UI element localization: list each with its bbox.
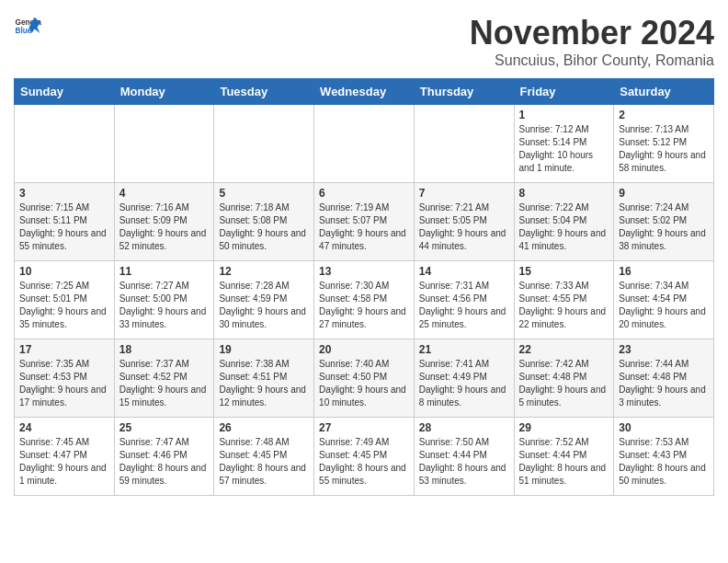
title-section: November 2024 Suncuius, Bihor County, Ro… — [470, 14, 714, 69]
day-number: 24 — [19, 421, 109, 434]
logo: General Blue — [14, 14, 41, 41]
day-info: Sunrise: 7:24 AM Sunset: 5:02 PM Dayligh… — [619, 201, 709, 253]
day-number: 30 — [619, 421, 709, 434]
day-number: 9 — [619, 187, 709, 200]
day-number: 14 — [419, 265, 509, 278]
day-info: Sunrise: 7:41 AM Sunset: 4:49 PM Dayligh… — [419, 358, 509, 409]
calendar-day-cell: 27Sunrise: 7:49 AM Sunset: 4:45 PM Dayli… — [314, 418, 415, 496]
day-info: Sunrise: 7:47 AM Sunset: 4:46 PM Dayligh… — [119, 436, 210, 488]
day-number: 26 — [219, 421, 309, 434]
day-number: 17 — [19, 343, 109, 356]
month-title: November 2024 — [470, 14, 714, 52]
day-number: 2 — [619, 109, 709, 121]
day-info: Sunrise: 7:13 AM Sunset: 5:12 PM Dayligh… — [619, 123, 709, 175]
day-number: 27 — [319, 421, 409, 434]
day-info: Sunrise: 7:49 AM Sunset: 4:45 PM Dayligh… — [319, 436, 409, 488]
calendar-week-row: 24Sunrise: 7:45 AM Sunset: 4:47 PM Dayli… — [15, 418, 714, 496]
calendar-day-cell: 6Sunrise: 7:19 AM Sunset: 5:07 PM Daylig… — [314, 183, 415, 261]
day-info: Sunrise: 7:19 AM Sunset: 5:07 PM Dayligh… — [319, 201, 409, 253]
day-info: Sunrise: 7:15 AM Sunset: 5:11 PM Dayligh… — [19, 201, 109, 253]
calendar-week-row: 1Sunrise: 7:12 AM Sunset: 5:14 PM Daylig… — [15, 105, 714, 183]
day-number: 16 — [619, 265, 709, 278]
day-number: 6 — [319, 187, 409, 200]
day-number: 7 — [419, 187, 509, 200]
day-info: Sunrise: 7:25 AM Sunset: 5:01 PM Dayligh… — [19, 280, 109, 331]
day-info: Sunrise: 7:12 AM Sunset: 5:14 PM Dayligh… — [519, 123, 609, 175]
day-number: 25 — [119, 421, 210, 434]
day-info: Sunrise: 7:16 AM Sunset: 5:09 PM Dayligh… — [119, 201, 210, 253]
day-info: Sunrise: 7:35 AM Sunset: 4:53 PM Dayligh… — [19, 358, 109, 409]
day-number: 8 — [519, 187, 609, 200]
day-number: 10 — [19, 265, 109, 278]
calendar-day-cell: 28Sunrise: 7:50 AM Sunset: 4:44 PM Dayli… — [414, 418, 514, 496]
day-info: Sunrise: 7:21 AM Sunset: 5:05 PM Dayligh… — [419, 201, 509, 253]
calendar-body: 1Sunrise: 7:12 AM Sunset: 5:14 PM Daylig… — [15, 105, 714, 496]
weekday-header-cell: Sunday — [15, 79, 115, 105]
location-subtitle: Suncuius, Bihor County, Romania — [470, 52, 714, 69]
calendar-day-cell: 23Sunrise: 7:44 AM Sunset: 4:48 PM Dayli… — [614, 339, 714, 418]
day-number: 3 — [19, 187, 109, 200]
calendar-day-cell: 25Sunrise: 7:47 AM Sunset: 4:46 PM Dayli… — [114, 418, 214, 496]
calendar-day-cell: 26Sunrise: 7:48 AM Sunset: 4:45 PM Dayli… — [214, 418, 314, 496]
day-number: 4 — [119, 187, 210, 200]
day-number: 13 — [319, 265, 409, 278]
calendar-week-row: 17Sunrise: 7:35 AM Sunset: 4:53 PM Dayli… — [15, 339, 714, 418]
weekday-header-cell: Friday — [514, 79, 614, 105]
day-info: Sunrise: 7:45 AM Sunset: 4:47 PM Dayligh… — [19, 436, 109, 488]
day-number: 28 — [419, 421, 509, 434]
calendar-day-cell: 12Sunrise: 7:28 AM Sunset: 4:59 PM Dayli… — [214, 261, 314, 339]
day-info: Sunrise: 7:37 AM Sunset: 4:52 PM Dayligh… — [119, 358, 210, 409]
day-info: Sunrise: 7:34 AM Sunset: 4:54 PM Dayligh… — [619, 280, 709, 331]
weekday-header-cell: Tuesday — [214, 79, 314, 105]
day-info: Sunrise: 7:28 AM Sunset: 4:59 PM Dayligh… — [219, 280, 309, 331]
weekday-header-row: SundayMondayTuesdayWednesdayThursdayFrid… — [15, 79, 714, 105]
calendar-day-cell: 2Sunrise: 7:13 AM Sunset: 5:12 PM Daylig… — [614, 105, 714, 183]
day-info: Sunrise: 7:33 AM Sunset: 4:55 PM Dayligh… — [519, 280, 609, 331]
calendar-day-cell: 21Sunrise: 7:41 AM Sunset: 4:49 PM Dayli… — [414, 339, 514, 418]
weekday-header-cell: Monday — [114, 79, 214, 105]
day-info: Sunrise: 7:30 AM Sunset: 4:58 PM Dayligh… — [319, 280, 409, 331]
day-number: 21 — [419, 343, 509, 356]
day-number: 20 — [319, 343, 409, 356]
calendar-day-cell: 11Sunrise: 7:27 AM Sunset: 5:00 PM Dayli… — [114, 261, 214, 339]
calendar-day-cell: 13Sunrise: 7:30 AM Sunset: 4:58 PM Dayli… — [314, 261, 415, 339]
day-info: Sunrise: 7:22 AM Sunset: 5:04 PM Dayligh… — [519, 201, 609, 253]
calendar-day-cell: 29Sunrise: 7:52 AM Sunset: 4:44 PM Dayli… — [514, 418, 614, 496]
calendar-day-cell — [214, 105, 314, 183]
calendar-week-row: 10Sunrise: 7:25 AM Sunset: 5:01 PM Dayli… — [15, 261, 714, 339]
calendar-day-cell: 15Sunrise: 7:33 AM Sunset: 4:55 PM Dayli… — [514, 261, 614, 339]
day-number: 19 — [219, 343, 309, 356]
day-number: 22 — [519, 343, 609, 356]
calendar-day-cell: 19Sunrise: 7:38 AM Sunset: 4:51 PM Dayli… — [214, 339, 314, 418]
day-number: 18 — [119, 343, 210, 356]
day-info: Sunrise: 7:40 AM Sunset: 4:50 PM Dayligh… — [319, 358, 409, 409]
calendar-day-cell: 17Sunrise: 7:35 AM Sunset: 4:53 PM Dayli… — [15, 339, 115, 418]
calendar-day-cell — [314, 105, 415, 183]
day-info: Sunrise: 7:48 AM Sunset: 4:45 PM Dayligh… — [219, 436, 309, 488]
calendar-day-cell — [114, 105, 214, 183]
day-info: Sunrise: 7:53 AM Sunset: 4:43 PM Dayligh… — [619, 436, 709, 488]
logo-icon: General Blue — [14, 14, 41, 41]
calendar-day-cell: 14Sunrise: 7:31 AM Sunset: 4:56 PM Dayli… — [414, 261, 514, 339]
weekday-header-cell: Saturday — [614, 79, 714, 105]
day-info: Sunrise: 7:52 AM Sunset: 4:44 PM Dayligh… — [519, 436, 609, 488]
day-info: Sunrise: 7:18 AM Sunset: 5:08 PM Dayligh… — [219, 201, 309, 253]
calendar-day-cell: 1Sunrise: 7:12 AM Sunset: 5:14 PM Daylig… — [514, 105, 614, 183]
weekday-header-cell: Wednesday — [314, 79, 415, 105]
day-info: Sunrise: 7:27 AM Sunset: 5:00 PM Dayligh… — [119, 280, 210, 331]
calendar-day-cell — [15, 105, 115, 183]
day-number: 1 — [519, 109, 609, 121]
day-info: Sunrise: 7:42 AM Sunset: 4:48 PM Dayligh… — [519, 358, 609, 409]
day-number: 15 — [519, 265, 609, 278]
calendar-day-cell: 9Sunrise: 7:24 AM Sunset: 5:02 PM Daylig… — [614, 183, 714, 261]
day-number: 29 — [519, 421, 609, 434]
page-header: General Blue November 2024 Suncuius, Bih… — [14, 14, 714, 69]
calendar-day-cell: 18Sunrise: 7:37 AM Sunset: 4:52 PM Dayli… — [114, 339, 214, 418]
calendar-day-cell: 30Sunrise: 7:53 AM Sunset: 4:43 PM Dayli… — [614, 418, 714, 496]
calendar-day-cell: 22Sunrise: 7:42 AM Sunset: 4:48 PM Dayli… — [514, 339, 614, 418]
calendar-day-cell — [414, 105, 514, 183]
calendar-day-cell: 8Sunrise: 7:22 AM Sunset: 5:04 PM Daylig… — [514, 183, 614, 261]
day-number: 5 — [219, 187, 309, 200]
calendar-day-cell: 24Sunrise: 7:45 AM Sunset: 4:47 PM Dayli… — [15, 418, 115, 496]
day-number: 12 — [219, 265, 309, 278]
